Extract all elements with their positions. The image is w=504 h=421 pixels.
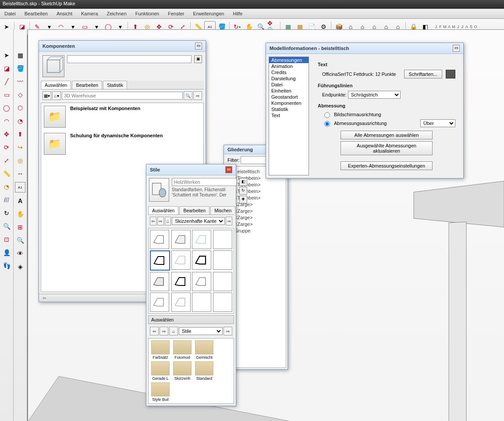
style-swatch[interactable]: [150, 230, 169, 249]
nav-back-icon[interactable]: ⇦: [150, 327, 159, 335]
update-style-icon[interactable]: ↻: [239, 187, 247, 195]
home-icon[interactable]: ⌂: [169, 327, 178, 335]
select-icon[interactable]: ➤: [2, 50, 11, 60]
details-icon[interactable]: ⇨: [226, 217, 232, 225]
cat-item[interactable]: Einheiten: [269, 88, 309, 94]
select-all-dims-button[interactable]: Alle Abmessungen auswählen: [341, 131, 433, 139]
cat-item[interactable]: Statistik: [269, 106, 309, 112]
style-name-input[interactable]: [172, 178, 237, 186]
menu-help[interactable]: Hilfe: [228, 10, 247, 18]
outline-node[interactable]: <Zarge>: [234, 208, 282, 214]
update-dims-button[interactable]: Ausgewählte Abmessungen aktualisieren: [341, 141, 433, 155]
expert-dims-button[interactable]: Experten-Abmessungseinstellungen: [341, 161, 433, 170]
home-icon[interactable]: ⌂▾: [52, 91, 61, 100]
tab-edit[interactable]: Bearbeiten: [72, 81, 102, 89]
position-icon[interactable]: 👤: [2, 248, 11, 257]
prev-icon[interactable]: 🔍: [15, 235, 25, 245]
screen-orient-radio[interactable]: [324, 112, 330, 118]
text2-icon[interactable]: A1: [15, 182, 25, 193]
menu-edit[interactable]: Bearbeiten: [20, 10, 52, 18]
close-icon[interactable]: ▭: [225, 166, 232, 173]
pie-icon[interactable]: ◔: [15, 116, 25, 126]
style-swatch[interactable]: [192, 272, 211, 291]
component-icon[interactable]: ▦: [15, 50, 25, 60]
paint2-icon[interactable]: 🪣: [15, 64, 25, 73]
details-icon[interactable]: ⇨: [224, 327, 232, 335]
close-icon[interactable]: ▭: [453, 45, 460, 52]
arc2-icon[interactable]: ◠: [2, 116, 11, 126]
rotate2-icon[interactable]: ⟳: [2, 143, 11, 152]
dim-orient-radio[interactable]: [324, 121, 330, 127]
menu-camera[interactable]: Kamera: [77, 10, 103, 18]
style-swatch[interactable]: [171, 293, 191, 312]
category-list[interactable]: Abmessungen Animation Credits Darstellun…: [269, 57, 309, 175]
circle2-icon[interactable]: ◯: [2, 103, 11, 113]
style-folder[interactable]: Skizzenh: [172, 361, 192, 381]
view-mode-icon[interactable]: ▦▾: [43, 91, 51, 100]
style-folder[interactable]: Farbsätz: [150, 340, 170, 360]
lookaround-icon[interactable]: 👁: [15, 249, 25, 258]
rect2-icon[interactable]: ▭: [2, 90, 11, 100]
outline-node[interactable]: <Zarge>: [234, 214, 282, 221]
new-style-icon[interactable]: ✚: [239, 196, 247, 203]
style-browser-drop[interactable]: Stile: [179, 327, 223, 335]
move2-icon[interactable]: ✥: [2, 129, 11, 139]
cat-item[interactable]: Datei: [269, 82, 309, 88]
component-name-input[interactable]: [67, 55, 192, 63]
back-icon[interactable]: ⇦: [43, 296, 46, 300]
outline-node[interactable]: Gruppe: [234, 228, 282, 234]
menu-view[interactable]: Ansicht: [52, 10, 77, 18]
pan2-icon[interactable]: ✋: [15, 209, 25, 219]
pin-icon[interactable]: ▣: [194, 55, 202, 63]
scale2-icon[interactable]: ⤢: [2, 156, 11, 165]
style-swatch[interactable]: [213, 272, 232, 291]
style-swatch[interactable]: [150, 293, 169, 312]
style-swatch[interactable]: [171, 230, 191, 249]
zoomwin-icon[interactable]: ⊡: [2, 235, 11, 244]
rotrect-icon[interactable]: ◇: [15, 90, 25, 100]
style-swatch[interactable]: [213, 250, 232, 270]
style-folder[interactable]: Style Buil: [150, 382, 170, 402]
dimension-icon[interactable]: ↔: [15, 169, 25, 178]
nav-forward-icon[interactable]: ⇨: [193, 91, 202, 100]
style-category-drop[interactable]: Skizzenhafte Kante: [172, 217, 225, 225]
axes-icon[interactable]: ///: [2, 195, 11, 205]
style-swatch[interactable]: [171, 250, 191, 270]
outline-node[interactable]: <Zarge>: [234, 221, 282, 228]
cat-item[interactable]: Geostandort: [269, 94, 309, 100]
orient-drop[interactable]: Über: [420, 119, 455, 127]
line2-icon[interactable]: ╱: [2, 77, 11, 86]
search-icon[interactable]: 🔍: [184, 91, 192, 100]
zoom2-icon[interactable]: 🔍: [2, 221, 11, 231]
nav-back-icon[interactable]: ⇦: [150, 217, 156, 225]
style-swatch[interactable]: [213, 293, 232, 312]
style-folder[interactable]: Gemischt: [194, 340, 214, 360]
cat-item[interactable]: Abmessungen: [269, 57, 309, 63]
close-icon[interactable]: ▭: [195, 43, 202, 50]
erase2-icon[interactable]: ◪: [2, 64, 11, 73]
style-folder[interactable]: Fotomod: [172, 340, 192, 360]
section-icon[interactable]: ◈: [15, 262, 25, 271]
pushpull2-icon[interactable]: ⬆: [15, 129, 25, 139]
nav-fwd-icon[interactable]: ⇨: [160, 327, 168, 335]
protractor-icon[interactable]: ◔: [2, 182, 11, 192]
style-swatch[interactable]: [192, 230, 211, 249]
fonts-button[interactable]: Schriftarten...: [404, 70, 442, 78]
tab-edit[interactable]: Bearbeiten: [179, 206, 209, 214]
style-folder[interactable]: Gerade L: [150, 361, 170, 381]
menu-tools[interactable]: Funktionen: [131, 10, 163, 18]
style-folder[interactable]: Standard: [194, 361, 214, 381]
tab-select[interactable]: Auswählen: [41, 81, 71, 89]
style-swatch[interactable]: [192, 250, 211, 270]
component-item[interactable]: 📁 Beispielsatz mit Komponenten: [41, 103, 203, 130]
menu-window[interactable]: Fenster: [163, 10, 188, 18]
month-strip[interactable]: JFMAMJJASO: [434, 25, 478, 29]
tab-stats[interactable]: Statistik: [103, 81, 127, 89]
style-swatch[interactable]: [213, 230, 232, 249]
orbit2-icon[interactable]: ↻: [2, 208, 11, 218]
cat-item[interactable]: Darstellung: [269, 75, 309, 82]
style-swatch[interactable]: [192, 293, 211, 312]
tab-mix[interactable]: Mischen: [210, 206, 235, 214]
style-swatch[interactable]: [150, 250, 170, 271]
color-swatch[interactable]: [446, 70, 455, 78]
